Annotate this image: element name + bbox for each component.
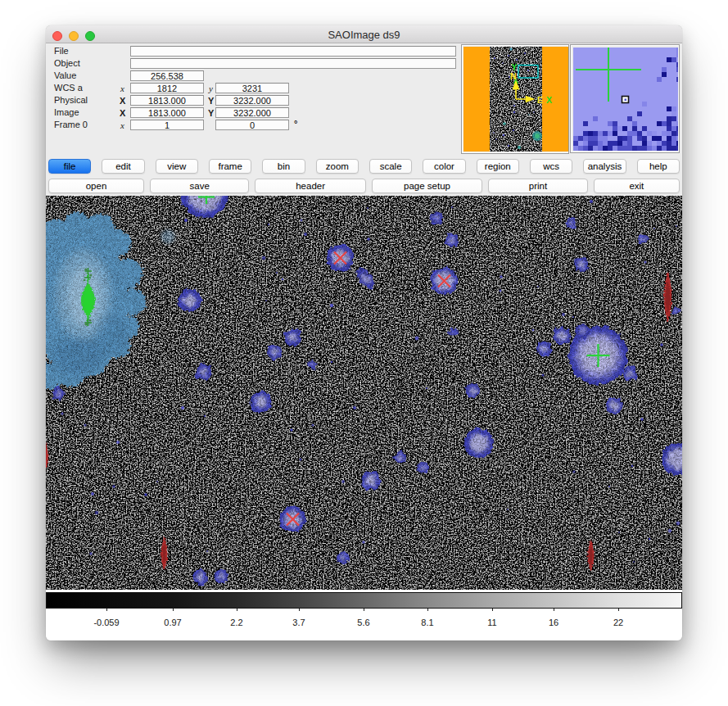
svg-text:X: X <box>546 95 552 105</box>
svg-text:N: N <box>510 71 517 81</box>
svg-text:E: E <box>537 95 543 105</box>
